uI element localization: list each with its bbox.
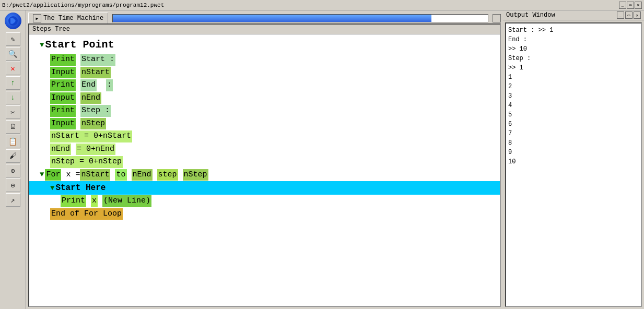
close-btn[interactable]: ✕ [635,2,642,9]
assign-nend-1: nEnd [50,144,71,156]
scissors-icon[interactable]: ✂ [6,105,20,119]
down-icon[interactable]: ↓ [6,91,20,104]
steps-content: ▼ Start Point Print Start : Input nStart… [29,34,500,222]
output-window-title: Output Window [506,11,555,19]
output-restore-btn[interactable]: ▭ [625,11,633,19]
zoom-in-icon[interactable]: ⊕ [6,164,20,177]
assign-nstart: nStart = 0+nStart [50,130,132,142]
output-line: >> 10 [508,44,639,54]
str-end: End [80,79,97,91]
tab-play-icon[interactable]: ▶ [33,14,41,22]
assign-nstep: nStep = 0+nStep [50,156,123,168]
step-for-loop[interactable]: ▼ For x = nStart to nEnd step nStep [29,169,500,182]
step-print-end[interactable]: Print End : [29,79,500,92]
step-print-start[interactable]: Print Start : [29,53,500,66]
arrow-start-point: ▼ [40,40,44,51]
output-line: 5 [508,110,639,120]
var-x: x [91,195,98,207]
var-nend: nEnd [80,92,101,104]
up-icon[interactable]: ↑ [6,76,20,90]
kw-input-3: Input [50,118,76,130]
arrow-for: ▼ [40,169,44,180]
output-title-bar: Output Window _ ▭ ✕ [503,10,644,20]
output-window-controls: _ ▭ ✕ [617,11,641,19]
kw-print-3: Print [50,105,76,117]
output-line: 6 [508,120,639,129]
zoom-out-icon[interactable]: ⊖ [6,179,20,192]
kw-step: step [157,169,178,181]
paint-icon[interactable]: 🖌 [6,149,20,163]
step-start-point[interactable]: ▼ Start Point [29,37,500,53]
step-print-step[interactable]: Print Step : [29,104,500,117]
minimize-btn[interactable]: _ [619,2,626,9]
str-step: Step : [80,105,111,117]
output-line: 10 [508,157,639,167]
kw-for: For [45,169,61,181]
kw-to: to [115,169,126,181]
output-content[interactable]: Start : >> 1End :>> 10Step :>> 112345678… [505,22,642,307]
output-close-btn[interactable]: ✕ [634,11,641,19]
step-end-for[interactable]: End of For Loop [29,208,500,221]
output-line: End : [508,35,639,44]
step-assign-nstep[interactable]: nStep = 0+nStep [29,156,500,169]
toolbar: ✎ 🔍 ✕ ↑ ↓ ✂ 🗎 📋 🖌 ⊕ ⊖ ↗ [0,10,26,309]
progress-end [493,14,501,22]
output-line: 8 [508,138,639,148]
content-area: ▶ The Time Machine Steps Tree ▼ Start Po… [26,10,503,309]
step-assign-nend[interactable]: nEnd = 0+nEnd [29,143,500,156]
kw-print-2: Print [50,79,76,91]
restore-btn[interactable]: ▭ [627,2,634,9]
end-for-label: End of For Loop [50,208,123,220]
kw-input-2: Input [50,92,76,104]
step-input-nstart[interactable]: Input nStart [29,66,500,79]
output-line: 3 [508,91,639,101]
edit-icon[interactable]: ✎ [6,32,20,46]
step-print-x[interactable]: Print x (New Line) [29,195,500,208]
steps-tree-header: Steps Tree [29,25,500,34]
zoom-icon[interactable]: 🔍 [6,47,20,61]
document-icon[interactable]: 🗎 [6,120,20,134]
var-nstart: nStart [80,67,111,79]
output-line: 1 [508,73,639,82]
tab-time-machine[interactable]: ▶ The Time Machine [28,13,108,23]
step-start-here[interactable]: ▼ Start Here [29,181,500,195]
tab-bar: ▶ The Time Machine [26,10,503,23]
output-line: 2 [508,82,639,91]
var-nstep: nStep [80,118,106,130]
output-line: 7 [508,129,639,138]
for-x: x = [66,169,80,181]
kw-print-1: Print [50,54,76,66]
str-start: Start : [80,54,115,66]
output-line: Step : [508,54,639,63]
start-point-label: Start Point [45,37,114,53]
var-nstep-for: nStep [183,169,208,181]
var-nend-for: nEnd [132,169,153,181]
step-input-nstep[interactable]: Input nStep [29,117,500,130]
kw-input-1: Input [50,67,76,79]
app-logo [5,13,21,29]
start-here-label: Start Here [55,182,106,194]
progress-bar-container [112,14,488,22]
str-colon: : [106,79,113,91]
step-assign-nstart[interactable]: nStart = 0+nStart [29,130,500,143]
arrow-start-here: ▼ [50,183,54,194]
output-minimize-btn[interactable]: _ [617,11,624,19]
output-line: 4 [508,101,639,110]
step-input-nend[interactable]: Input nEnd [29,92,500,105]
var-nstart-for: nStart [80,169,110,181]
file-path: B:/pwct2/applications/myprograms/program… [2,2,164,8]
output-line: 9 [508,148,639,157]
right-panel: Output Window _ ▭ ✕ Start : >> 1End :>> … [503,10,644,309]
external-icon[interactable]: ↗ [6,193,20,207]
kw-newline: (New Line) [102,195,151,207]
close-icon[interactable]: ✕ [6,62,20,75]
paste-icon[interactable]: 📋 [6,135,20,148]
output-line: Start : >> 1 [508,26,639,35]
kw-print-nl: Print [61,195,86,207]
title-bar: B:/pwct2/applications/myprograms/program… [0,0,644,10]
output-line: >> 1 [508,63,639,73]
tab-label: The Time Machine [43,15,103,22]
steps-panel: Steps Tree ▼ Start Point Print Start : I… [28,23,501,307]
progress-bar-fill [113,15,431,22]
assign-nend-2: = 0+nEnd [76,144,115,156]
